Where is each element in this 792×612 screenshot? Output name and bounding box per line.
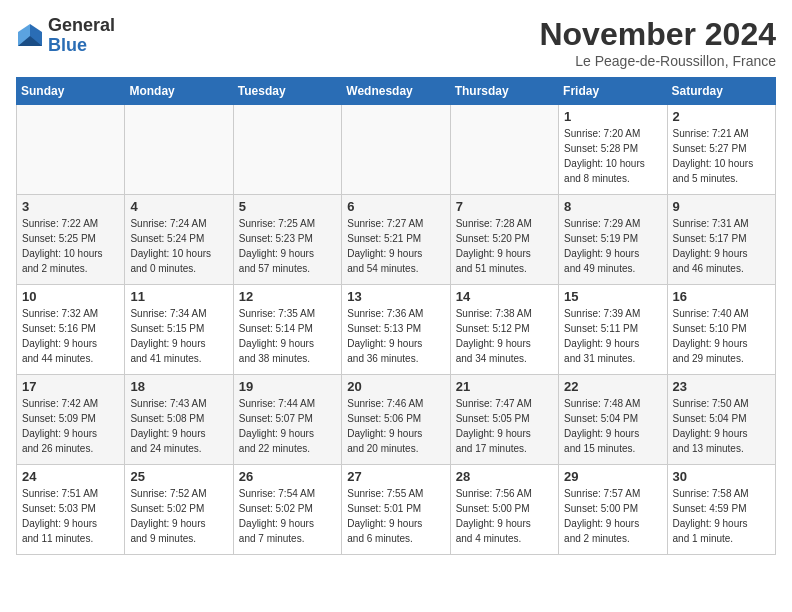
- weekday-header: Tuesday: [233, 78, 341, 105]
- day-info: Sunrise: 7:52 AM Sunset: 5:02 PM Dayligh…: [130, 486, 227, 546]
- day-number: 4: [130, 199, 227, 214]
- calendar-cell: 4Sunrise: 7:24 AM Sunset: 5:24 PM Daylig…: [125, 195, 233, 285]
- day-info: Sunrise: 7:54 AM Sunset: 5:02 PM Dayligh…: [239, 486, 336, 546]
- calendar-cell: 2Sunrise: 7:21 AM Sunset: 5:27 PM Daylig…: [667, 105, 775, 195]
- logo-text: General Blue: [48, 16, 115, 56]
- day-info: Sunrise: 7:40 AM Sunset: 5:10 PM Dayligh…: [673, 306, 770, 366]
- calendar-cell: 27Sunrise: 7:55 AM Sunset: 5:01 PM Dayli…: [342, 465, 450, 555]
- day-info: Sunrise: 7:29 AM Sunset: 5:19 PM Dayligh…: [564, 216, 661, 276]
- day-info: Sunrise: 7:48 AM Sunset: 5:04 PM Dayligh…: [564, 396, 661, 456]
- calendar-cell: 9Sunrise: 7:31 AM Sunset: 5:17 PM Daylig…: [667, 195, 775, 285]
- day-info: Sunrise: 7:32 AM Sunset: 5:16 PM Dayligh…: [22, 306, 119, 366]
- calendar-cell: 13Sunrise: 7:36 AM Sunset: 5:13 PM Dayli…: [342, 285, 450, 375]
- calendar-week-row: 1Sunrise: 7:20 AM Sunset: 5:28 PM Daylig…: [17, 105, 776, 195]
- day-number: 29: [564, 469, 661, 484]
- day-number: 9: [673, 199, 770, 214]
- day-info: Sunrise: 7:50 AM Sunset: 5:04 PM Dayligh…: [673, 396, 770, 456]
- day-number: 18: [130, 379, 227, 394]
- day-info: Sunrise: 7:44 AM Sunset: 5:07 PM Dayligh…: [239, 396, 336, 456]
- day-info: Sunrise: 7:43 AM Sunset: 5:08 PM Dayligh…: [130, 396, 227, 456]
- calendar-cell: 1Sunrise: 7:20 AM Sunset: 5:28 PM Daylig…: [559, 105, 667, 195]
- day-info: Sunrise: 7:38 AM Sunset: 5:12 PM Dayligh…: [456, 306, 553, 366]
- day-info: Sunrise: 7:55 AM Sunset: 5:01 PM Dayligh…: [347, 486, 444, 546]
- day-info: Sunrise: 7:25 AM Sunset: 5:23 PM Dayligh…: [239, 216, 336, 276]
- calendar-cell: 22Sunrise: 7:48 AM Sunset: 5:04 PM Dayli…: [559, 375, 667, 465]
- day-info: Sunrise: 7:57 AM Sunset: 5:00 PM Dayligh…: [564, 486, 661, 546]
- day-info: Sunrise: 7:22 AM Sunset: 5:25 PM Dayligh…: [22, 216, 119, 276]
- calendar-cell: 29Sunrise: 7:57 AM Sunset: 5:00 PM Dayli…: [559, 465, 667, 555]
- calendar-week-row: 17Sunrise: 7:42 AM Sunset: 5:09 PM Dayli…: [17, 375, 776, 465]
- day-number: 11: [130, 289, 227, 304]
- day-number: 26: [239, 469, 336, 484]
- calendar-cell: 12Sunrise: 7:35 AM Sunset: 5:14 PM Dayli…: [233, 285, 341, 375]
- day-info: Sunrise: 7:47 AM Sunset: 5:05 PM Dayligh…: [456, 396, 553, 456]
- day-number: 28: [456, 469, 553, 484]
- page-header: General Blue November 2024 Le Peage-de-R…: [16, 16, 776, 69]
- weekday-header: Saturday: [667, 78, 775, 105]
- day-number: 15: [564, 289, 661, 304]
- calendar-cell: 5Sunrise: 7:25 AM Sunset: 5:23 PM Daylig…: [233, 195, 341, 285]
- weekday-header: Wednesday: [342, 78, 450, 105]
- day-number: 27: [347, 469, 444, 484]
- day-number: 3: [22, 199, 119, 214]
- day-number: 16: [673, 289, 770, 304]
- day-number: 7: [456, 199, 553, 214]
- calendar-cell: 20Sunrise: 7:46 AM Sunset: 5:06 PM Dayli…: [342, 375, 450, 465]
- day-number: 5: [239, 199, 336, 214]
- day-info: Sunrise: 7:20 AM Sunset: 5:28 PM Dayligh…: [564, 126, 661, 186]
- day-number: 25: [130, 469, 227, 484]
- day-number: 23: [673, 379, 770, 394]
- calendar-cell: 21Sunrise: 7:47 AM Sunset: 5:05 PM Dayli…: [450, 375, 558, 465]
- calendar-cell: 25Sunrise: 7:52 AM Sunset: 5:02 PM Dayli…: [125, 465, 233, 555]
- weekday-header: Friday: [559, 78, 667, 105]
- header-row: SundayMondayTuesdayWednesdayThursdayFrid…: [17, 78, 776, 105]
- day-number: 17: [22, 379, 119, 394]
- calendar-cell: 16Sunrise: 7:40 AM Sunset: 5:10 PM Dayli…: [667, 285, 775, 375]
- calendar-cell: 28Sunrise: 7:56 AM Sunset: 5:00 PM Dayli…: [450, 465, 558, 555]
- calendar-cell: [233, 105, 341, 195]
- day-info: Sunrise: 7:24 AM Sunset: 5:24 PM Dayligh…: [130, 216, 227, 276]
- calendar-body: 1Sunrise: 7:20 AM Sunset: 5:28 PM Daylig…: [17, 105, 776, 555]
- calendar-cell: 15Sunrise: 7:39 AM Sunset: 5:11 PM Dayli…: [559, 285, 667, 375]
- day-number: 24: [22, 469, 119, 484]
- calendar-cell: 26Sunrise: 7:54 AM Sunset: 5:02 PM Dayli…: [233, 465, 341, 555]
- calendar-cell: 18Sunrise: 7:43 AM Sunset: 5:08 PM Dayli…: [125, 375, 233, 465]
- calendar-cell: 11Sunrise: 7:34 AM Sunset: 5:15 PM Dayli…: [125, 285, 233, 375]
- day-number: 2: [673, 109, 770, 124]
- day-info: Sunrise: 7:27 AM Sunset: 5:21 PM Dayligh…: [347, 216, 444, 276]
- calendar-cell: [125, 105, 233, 195]
- day-info: Sunrise: 7:56 AM Sunset: 5:00 PM Dayligh…: [456, 486, 553, 546]
- calendar-cell: 14Sunrise: 7:38 AM Sunset: 5:12 PM Dayli…: [450, 285, 558, 375]
- day-info: Sunrise: 7:28 AM Sunset: 5:20 PM Dayligh…: [456, 216, 553, 276]
- calendar-cell: [17, 105, 125, 195]
- calendar-table: SundayMondayTuesdayWednesdayThursdayFrid…: [16, 77, 776, 555]
- calendar-cell: 24Sunrise: 7:51 AM Sunset: 5:03 PM Dayli…: [17, 465, 125, 555]
- calendar-cell: 30Sunrise: 7:58 AM Sunset: 4:59 PM Dayli…: [667, 465, 775, 555]
- calendar-cell: [450, 105, 558, 195]
- day-info: Sunrise: 7:35 AM Sunset: 5:14 PM Dayligh…: [239, 306, 336, 366]
- calendar-week-row: 3Sunrise: 7:22 AM Sunset: 5:25 PM Daylig…: [17, 195, 776, 285]
- calendar-cell: [342, 105, 450, 195]
- day-info: Sunrise: 7:42 AM Sunset: 5:09 PM Dayligh…: [22, 396, 119, 456]
- calendar-cell: 6Sunrise: 7:27 AM Sunset: 5:21 PM Daylig…: [342, 195, 450, 285]
- calendar-header: SundayMondayTuesdayWednesdayThursdayFrid…: [17, 78, 776, 105]
- day-info: Sunrise: 7:34 AM Sunset: 5:15 PM Dayligh…: [130, 306, 227, 366]
- day-number: 30: [673, 469, 770, 484]
- calendar-cell: 19Sunrise: 7:44 AM Sunset: 5:07 PM Dayli…: [233, 375, 341, 465]
- weekday-header: Monday: [125, 78, 233, 105]
- day-number: 8: [564, 199, 661, 214]
- day-info: Sunrise: 7:46 AM Sunset: 5:06 PM Dayligh…: [347, 396, 444, 456]
- day-number: 10: [22, 289, 119, 304]
- month-title: November 2024: [539, 16, 776, 53]
- day-info: Sunrise: 7:51 AM Sunset: 5:03 PM Dayligh…: [22, 486, 119, 546]
- day-number: 6: [347, 199, 444, 214]
- day-info: Sunrise: 7:31 AM Sunset: 5:17 PM Dayligh…: [673, 216, 770, 276]
- day-number: 21: [456, 379, 553, 394]
- day-number: 19: [239, 379, 336, 394]
- logo-icon: [16, 22, 44, 50]
- day-number: 22: [564, 379, 661, 394]
- logo: General Blue: [16, 16, 115, 56]
- day-number: 12: [239, 289, 336, 304]
- location: Le Peage-de-Roussillon, France: [539, 53, 776, 69]
- calendar-cell: 17Sunrise: 7:42 AM Sunset: 5:09 PM Dayli…: [17, 375, 125, 465]
